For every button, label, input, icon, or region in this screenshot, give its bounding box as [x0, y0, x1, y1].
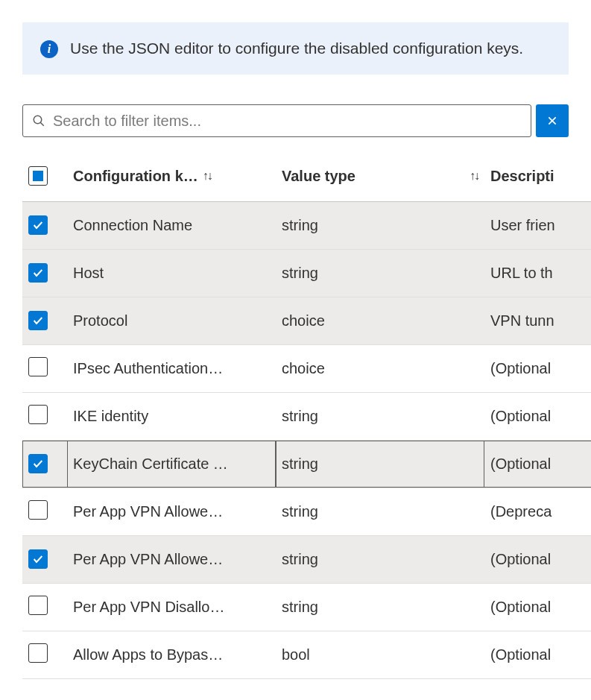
- table-row[interactable]: Protocol choice VPN tunn: [22, 297, 591, 344]
- cell-value-type: string: [282, 503, 318, 520]
- cell-value-type: string: [282, 217, 318, 233]
- cell-value-type: bool: [282, 646, 310, 663]
- cell-config-key: Host: [73, 265, 270, 282]
- column-header-label: Value type: [282, 168, 355, 185]
- cell-description: (Optional: [490, 360, 551, 376]
- cell-description: (Optional: [490, 599, 551, 615]
- cell-config-key: Allow Apps to Bypas…: [73, 646, 270, 663]
- cell-value-type: choice: [282, 360, 325, 376]
- row-checkbox[interactable]: [28, 357, 48, 376]
- table-row[interactable]: Connection Name string User frien: [22, 201, 591, 249]
- cell-description: User frien: [490, 217, 555, 233]
- cell-value-type: string: [282, 455, 318, 472]
- table-row[interactable]: Allow Apps to Bypas… bool (Optional: [22, 631, 591, 678]
- row-checkbox[interactable]: [28, 549, 48, 569]
- cell-value-type: string: [282, 408, 318, 424]
- row-checkbox[interactable]: [28, 311, 48, 330]
- table-row[interactable]: Per App VPN Disallo… string (Optional: [22, 583, 591, 631]
- cell-config-key: Per App VPN Disallo…: [73, 599, 270, 616]
- clear-search-button[interactable]: [536, 104, 569, 137]
- row-checkbox[interactable]: [28, 643, 48, 663]
- cell-config-key: IKE identity: [73, 408, 270, 425]
- row-checkbox[interactable]: [28, 405, 48, 424]
- sort-icon: ↑↓: [470, 169, 478, 183]
- svg-line-1: [40, 123, 44, 127]
- cell-description: (Optional: [490, 551, 551, 567]
- row-checkbox[interactable]: [28, 215, 48, 235]
- svg-point-0: [34, 116, 42, 124]
- row-checkbox[interactable]: [28, 454, 48, 473]
- cell-value-type: string: [282, 265, 318, 281]
- config-keys-table: Configuration k… ↑↓ Value type ↑↓ Descri…: [22, 151, 591, 679]
- search-input[interactable]: [53, 113, 522, 130]
- table-row[interactable]: IPsec Authentication… choice (Optional: [22, 344, 591, 392]
- cell-description: (Depreca: [490, 503, 552, 520]
- cell-description: URL to th: [490, 265, 553, 281]
- cell-value-type: string: [282, 599, 318, 615]
- cell-description: (Optional: [490, 646, 551, 663]
- cell-config-key: IPsec Authentication…: [73, 360, 270, 377]
- cell-config-key: Per App VPN Allowe…: [73, 503, 270, 520]
- sort-icon: ↑↓: [203, 169, 212, 183]
- table-row[interactable]: Per App VPN Allowe… string (Optional: [22, 535, 591, 583]
- cell-config-key: Connection Name: [73, 217, 270, 234]
- row-checkbox[interactable]: [28, 263, 48, 283]
- column-header-label: Configuration k…: [73, 168, 198, 185]
- cell-config-key: Per App VPN Allowe…: [73, 551, 270, 568]
- select-all-checkbox[interactable]: [28, 166, 48, 186]
- info-banner: i Use the JSON editor to configure the d…: [22, 22, 569, 75]
- info-icon: i: [40, 40, 58, 58]
- close-icon: [546, 115, 558, 127]
- row-checkbox[interactable]: [28, 596, 48, 615]
- cell-description: (Optional: [490, 408, 551, 424]
- table-row[interactable]: Per App VPN Allowe… string (Depreca: [22, 488, 591, 535]
- cell-value-type: choice: [282, 312, 325, 329]
- table-row[interactable]: KeyChain Certificate … string (Optional: [22, 440, 591, 488]
- row-checkbox[interactable]: [28, 500, 48, 520]
- cell-description: VPN tunn: [490, 312, 554, 329]
- search-box[interactable]: [22, 104, 531, 137]
- column-header-label: Descripti: [490, 168, 554, 184]
- search-icon: [32, 114, 45, 127]
- table-row[interactable]: Host string URL to th: [22, 249, 591, 297]
- cell-description: (Optional: [490, 455, 551, 472]
- table-row[interactable]: IKE identity string (Optional: [22, 392, 591, 440]
- info-banner-text: Use the JSON editor to configure the dis…: [70, 37, 523, 60]
- cell-value-type: string: [282, 551, 318, 567]
- column-header-config-key[interactable]: Configuration k… ↑↓: [67, 151, 276, 201]
- column-header-description[interactable]: Descripti: [484, 151, 591, 201]
- cell-config-key: KeyChain Certificate …: [73, 455, 270, 473]
- column-header-value-type[interactable]: Value type ↑↓: [276, 151, 484, 201]
- cell-config-key: Protocol: [73, 312, 270, 329]
